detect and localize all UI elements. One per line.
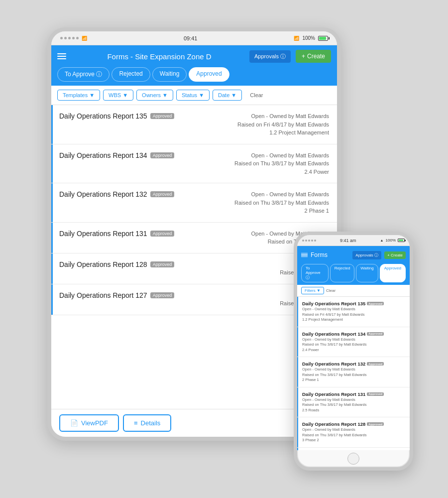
approved-badge: Approved — [150, 191, 175, 197]
phone-item-meta: Open - Owned by Matt Edwards Raised on T… — [302, 367, 405, 383]
item-title: Daily Operations Report 134 Approved — [59, 151, 234, 159]
tablet-time: 09:41 — [184, 35, 198, 41]
phone-battery-icon — [398, 239, 405, 242]
filter-clear-button[interactable]: Clear — [245, 90, 268, 100]
phone-tab-waiting[interactable]: Waiting — [356, 264, 378, 282]
item-title: Daily Operations Report 131 Approved — [59, 230, 251, 238]
item-meta: Open - Owned by Matt Edwards Raised on F… — [237, 112, 329, 137]
phone-approved-badge: Approved — [367, 362, 384, 366]
phone-item-meta: Open - Owned by Matt Edwards Raised on F… — [302, 307, 405, 323]
phone-item-title: Daily Operations Report 135 Approved — [302, 301, 405, 306]
details-icon: ≡ — [134, 419, 138, 427]
tab-approved[interactable]: Approved — [189, 67, 229, 82]
phone-item-title: Daily Operations Report 132 Approved — [302, 361, 405, 367]
list-item[interactable]: Daily Operations Report 132 Approved Ope… — [51, 183, 337, 223]
item-accent — [51, 223, 53, 253]
signal-dot-4 — [72, 37, 75, 39]
phone-tab-to-approve[interactable]: To Approve ⓘ — [301, 264, 329, 282]
item-left: Daily Operations Report 135 Approved — [59, 112, 237, 121]
tab-to-approve[interactable]: To Approve ⓘ — [57, 67, 110, 82]
item-title: Daily Operations Report 132 Approved — [59, 190, 234, 198]
phone-signal — [302, 240, 316, 242]
pdf-icon: 📄 — [70, 419, 78, 427]
item-accent — [51, 144, 53, 183]
phone-dot-3 — [308, 240, 310, 242]
filter-owners[interactable]: Owners ▼ — [136, 90, 173, 101]
list-item[interactable]: Daily Operations Report 134 Approved Ope… — [51, 144, 337, 184]
phone-wifi-icon: ▲ — [380, 239, 384, 242]
phone-approved-badge: Approved — [367, 302, 384, 305]
phone-approvals-button[interactable]: Approvals ⓘ — [352, 251, 381, 259]
phone-report-list: Daily Operations Report 135 Approved Ope… — [297, 297, 410, 450]
tablet-signal-dots: 📶 — [60, 36, 87, 41]
phone-battery-pct: 100% — [386, 238, 396, 243]
item-left: Daily Operations Report 128 Approved — [59, 260, 280, 269]
phone-item-accent — [297, 387, 298, 417]
phone-item-meta: Open - Owned by Matt Edwards Raised on T… — [302, 397, 405, 413]
approved-badge: Approved — [150, 292, 175, 298]
filter-templates[interactable]: Templates ▼ — [57, 90, 100, 101]
phone-page-title: Forms — [311, 251, 349, 258]
item-left: Daily Operations Report 134 Approved — [59, 151, 234, 160]
tablet-battery-icon — [318, 36, 328, 41]
item-title: Daily Operations Report 128 Approved — [59, 260, 280, 268]
details-button[interactable]: ≡ Details — [123, 414, 171, 432]
phone-item-accent — [297, 417, 298, 447]
phone-menu-icon[interactable] — [301, 253, 308, 257]
tablet-status-bar: 📶 09:41 📶 100% — [51, 31, 337, 45]
phone-h-line-1 — [301, 253, 308, 254]
phone-device: 9:41 am ▲ 100% Forms Approvals ⓘ + Creat… — [294, 232, 413, 471]
filter-date[interactable]: Date ▼ — [213, 90, 242, 101]
phone-battery-fill — [399, 240, 403, 241]
details-label: Details — [141, 419, 161, 427]
tablet-battery-pct: 100% — [302, 35, 315, 41]
tab-rejected[interactable]: Rejected — [112, 67, 150, 82]
approved-badge: Approved — [150, 231, 175, 237]
phone-tab-rejected[interactable]: Rejected — [330, 264, 355, 282]
create-button[interactable]: + Create — [296, 50, 331, 63]
phone-approved-badge: Approved — [367, 392, 384, 396]
phone-tab-approved[interactable]: Approved — [380, 264, 406, 282]
tablet-header: Forms - Site Expansion Zone D Approvals … — [51, 45, 337, 67]
phone-item-title: Daily Operations Report 134 Approved — [302, 331, 405, 337]
item-left: Daily Operations Report 132 Approved — [59, 190, 234, 199]
list-item[interactable]: Daily Operations Report 135 Approved Ope… — [51, 105, 337, 144]
phone-list-item[interactable]: Daily Operations Report 135 Approved Ope… — [297, 297, 410, 327]
approvals-button[interactable]: Approvals ⓘ — [249, 50, 291, 63]
tab-waiting[interactable]: Waiting — [152, 67, 187, 82]
approved-badge: Approved — [150, 152, 175, 158]
wifi-icon: 📶 — [82, 36, 87, 41]
tablet-status-right: 📶 100% — [294, 35, 328, 41]
phone-h-line-2 — [301, 254, 308, 255]
phone-list-item[interactable]: Daily Operations Report 128 Approved Ope… — [297, 417, 410, 448]
create-plus-icon: + — [302, 53, 305, 60]
filter-status[interactable]: Status ▼ — [176, 90, 210, 101]
phone-home-button[interactable] — [347, 453, 359, 465]
phone-tabs-row: To Approve ⓘ Rejected Waiting Approved — [297, 264, 410, 285]
phone-item-meta: Open - Owned by Matt Edwards Raised on T… — [302, 427, 405, 443]
create-label: Create — [307, 53, 325, 60]
phone-item-accent — [297, 357, 298, 387]
phone-clear-button[interactable]: Clear — [326, 288, 336, 293]
phone-list-item[interactable]: Daily Operations Report 132 Approved Ope… — [297, 357, 410, 387]
phone-list-item[interactable]: Daily Operations Report 134 Approved Ope… — [297, 327, 410, 358]
signal-dot-2 — [64, 37, 67, 39]
phone-list-item[interactable]: Daily Operations Report 127 Approved Ope… — [297, 448, 410, 451]
phone-list-item[interactable]: Daily Operations Report 131 Approved Ope… — [297, 387, 410, 418]
item-left: Daily Operations Report 131 Approved — [59, 230, 251, 239]
view-pdf-button[interactable]: 📄 ViewPDF — [59, 414, 119, 432]
bluetooth-icon: 📶 — [294, 36, 299, 41]
filter-wbs[interactable]: WBS ▼ — [103, 90, 133, 101]
item-accent — [51, 183, 53, 222]
scene: 📶 09:41 📶 100% Forms - Site Expansion Zo… — [0, 0, 448, 498]
phone-item-accent — [297, 327, 298, 357]
item-accent — [51, 284, 53, 315]
phone-filter-button[interactable]: Filters ▼ — [301, 287, 324, 294]
item-meta: Open - Owned by Matt Edwards Raised on T… — [234, 151, 329, 176]
menu-icon[interactable] — [57, 53, 69, 59]
tablet-tabs-row: To Approve ⓘ Rejected Waiting Approved — [51, 67, 337, 86]
item-meta: Open - Owned by Matt Edwards Raised on T… — [234, 190, 329, 215]
phone-create-button[interactable]: + Create — [384, 251, 406, 259]
signal-dot-1 — [60, 37, 63, 39]
view-pdf-label: ViewPDF — [81, 419, 108, 427]
